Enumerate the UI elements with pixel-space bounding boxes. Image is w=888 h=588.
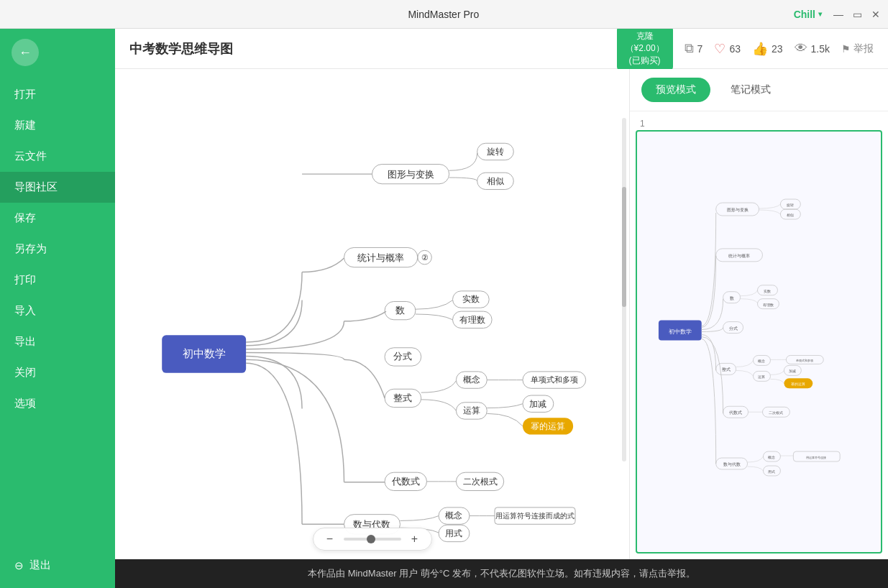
- mindmap-canvas[interactable]: 初中数学 统计与概率 ②: [115, 69, 629, 559]
- maximize-button[interactable]: ▭: [852, 9, 862, 19]
- svg-text:二次根式: 二次根式: [769, 410, 783, 415]
- svg-text:幂的运算: 幂的运算: [531, 421, 565, 431]
- close-button[interactable]: ✕: [871, 9, 881, 19]
- mindmap-svg: 初中数学 统计与概率 ②: [115, 69, 629, 559]
- heart-count: 63: [729, 43, 741, 55]
- open-label: 打开: [14, 88, 36, 101]
- topbar: 中考数学思维导图 克隆 （¥2.00） (已购买) ⧉ 7 ♡ 63 👍 23 …: [115, 29, 888, 69]
- cloud-label: 云文件: [14, 150, 47, 163]
- svg-text:幂的运算: 幂的运算: [791, 382, 805, 386]
- report-icon: ⚑: [841, 43, 851, 55]
- svg-text:用式: 用式: [445, 528, 462, 538]
- sidebar-item-options[interactable]: 选项: [0, 388, 115, 419]
- save-as-label: 另存为: [14, 242, 47, 256]
- svg-text:概念: 概念: [463, 375, 480, 384]
- page-indicator: 1: [636, 117, 882, 130]
- minimize-button[interactable]: —: [833, 9, 843, 19]
- exit-label: 退出: [29, 559, 51, 572]
- svg-text:用运算符号连接而成的式: 用运算符号连接而成的式: [495, 512, 575, 520]
- sidebar-item-new[interactable]: 新建: [0, 110, 115, 141]
- exit-icon: ⊖: [14, 559, 24, 572]
- svg-text:有理数: 有理数: [459, 315, 485, 324]
- sidebar-item-print[interactable]: 打印: [0, 265, 115, 295]
- eye-count: 1.5k: [811, 43, 830, 55]
- titlebar: MindMaster Pro Chill ▾ — ▭ ✕: [0, 0, 888, 29]
- svg-text:数: 数: [730, 296, 734, 300]
- zoom-bar: − +: [313, 528, 432, 551]
- svg-text:代数式: 代数式: [391, 477, 420, 487]
- sidebar-item-import[interactable]: 导入: [0, 295, 115, 326]
- zoom-slider[interactable]: [344, 538, 401, 541]
- svg-text:相似: 相似: [487, 176, 504, 185]
- svg-text:旋转: 旋转: [487, 147, 504, 156]
- map-scrollbar-thumb[interactable]: [622, 187, 626, 307]
- svg-text:统计与概率: 统计与概率: [728, 253, 750, 258]
- clone-button[interactable]: 克隆 （¥2.00） (已购买): [617, 29, 673, 71]
- svg-text:单项式和多项: 单项式和多项: [531, 375, 578, 384]
- sidebar-item-save-as[interactable]: 另存为: [0, 234, 115, 265]
- svg-text:统计与概率: 统计与概率: [357, 252, 404, 263]
- new-label: 新建: [14, 119, 36, 132]
- thumb-stat[interactable]: 👍 23: [752, 41, 783, 57]
- svg-text:相似: 相似: [787, 213, 794, 217]
- community-label: 导图社区: [14, 180, 58, 194]
- import-label: 导入: [14, 304, 36, 318]
- sidebar-item-export[interactable]: 导出: [0, 326, 115, 357]
- svg-text:运算: 运算: [463, 405, 480, 415]
- svg-text:二次根式: 二次根式: [463, 477, 498, 486]
- svg-text:图形与变换: 图形与变换: [388, 170, 434, 180]
- svg-text:数: 数: [395, 306, 405, 316]
- notice-bar: 本作品由 MindMaster 用户 萌兮°C 发布，不代表亿图软件立场。如有违…: [115, 559, 888, 588]
- user-dropdown-arrow: ▾: [818, 10, 822, 18]
- sidebar-item-save[interactable]: 保存: [0, 203, 115, 234]
- options-label: 选项: [14, 397, 36, 410]
- sidebar-item-close[interactable]: 关闭: [0, 357, 115, 388]
- svg-text:概念: 概念: [445, 510, 462, 520]
- svg-text:旋转: 旋转: [787, 203, 794, 207]
- svg-text:代数式: 代数式: [728, 410, 742, 415]
- main-layout: ← 打开 新建 云文件 导图社区 保存 另存为 打印: [0, 29, 888, 588]
- copy-icon: ⧉: [685, 41, 694, 56]
- svg-text:用式: 用式: [768, 469, 775, 474]
- heart-stat[interactable]: ♡ 63: [714, 41, 741, 57]
- report-button[interactable]: ⚑ 举报: [841, 42, 874, 55]
- zoom-out-button[interactable]: −: [322, 531, 338, 547]
- back-icon: ←: [19, 45, 32, 60]
- svg-text:运算: 运算: [758, 375, 765, 379]
- export-label: 导出: [14, 335, 36, 349]
- svg-text:实数: 实数: [462, 294, 480, 303]
- svg-text:概念: 概念: [768, 455, 775, 459]
- zoom-handle[interactable]: [367, 535, 375, 543]
- report-label: 举报: [853, 42, 874, 55]
- eye-stat: 👁 1.5k: [795, 41, 830, 56]
- sidebar-back: ←: [0, 29, 115, 76]
- svg-text:初中数学: 初中数学: [183, 348, 226, 359]
- sidebar-item-exit[interactable]: ⊖ 退出: [0, 550, 115, 581]
- thumb-icon: 👍: [752, 41, 768, 57]
- svg-text:整式: 整式: [722, 367, 731, 372]
- svg-text:有理数: 有理数: [763, 303, 774, 307]
- sidebar-item-community[interactable]: 导图社区: [0, 172, 115, 203]
- back-button[interactable]: ←: [12, 39, 39, 66]
- zoom-in-button[interactable]: +: [407, 531, 423, 547]
- map-scrollbar[interactable]: [622, 118, 626, 461]
- svg-text:加减: 加减: [789, 369, 796, 373]
- tab-preview[interactable]: 预览模式: [641, 78, 710, 102]
- preview-panel: 预览模式 笔记模式 1 初中数学: [629, 69, 888, 559]
- svg-text:分式: 分式: [729, 326, 738, 331]
- sidebar-item-open[interactable]: 打开: [0, 79, 115, 110]
- svg-text:实数: 实数: [764, 289, 771, 293]
- sidebar-item-cloud[interactable]: 云文件: [0, 141, 115, 172]
- svg-text:数与代数: 数与代数: [723, 462, 741, 467]
- user-menu[interactable]: Chill ▾: [794, 9, 822, 20]
- eye-icon: 👁: [795, 41, 807, 56]
- thumb-count: 23: [772, 43, 783, 55]
- map-preview-area: 初中数学 统计与概率 ②: [115, 69, 888, 559]
- svg-text:分式: 分式: [393, 352, 412, 362]
- print-label: 打印: [14, 273, 36, 287]
- preview-map-svg: 初中数学 图形与变换: [637, 132, 881, 552]
- notice-text: 本作品由 MindMaster 用户 萌兮°C 发布，不代表亿图软件立场。如有违…: [308, 567, 695, 580]
- tab-notes[interactable]: 笔记模式: [716, 78, 785, 102]
- close-label: 关闭: [14, 366, 36, 380]
- content-area: 中考数学思维导图 克隆 （¥2.00） (已购买) ⧉ 7 ♡ 63 👍 23 …: [115, 29, 888, 588]
